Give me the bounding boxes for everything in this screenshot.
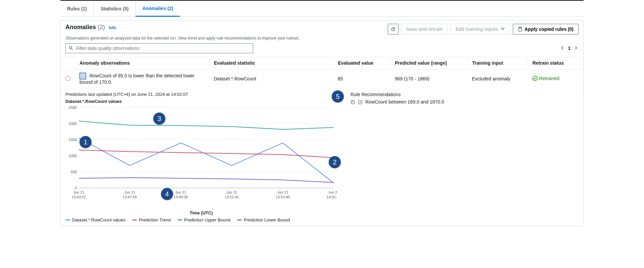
svg-text:13:47:55: 13:47:55 xyxy=(123,195,137,199)
svg-text:13:49:30: 13:49:30 xyxy=(174,195,188,199)
svg-text:Jun 21: Jun 21 xyxy=(73,190,84,194)
training-cell: Excluded anomaly xyxy=(467,69,528,88)
refresh-icon xyxy=(391,27,395,31)
save-retrain-button: Save and retrain xyxy=(401,24,448,35)
chart-area: Predictions last updated (UTC+4) on June… xyxy=(65,92,337,222)
svg-text:Jun 21: Jun 21 xyxy=(226,190,237,194)
copy-icon xyxy=(351,100,355,105)
chart-legend: Dataset.*.RowCount values Prediction Tre… xyxy=(65,217,337,222)
legend-values: Dataset.*.RowCount values xyxy=(65,217,125,222)
value-cell: 85 xyxy=(333,69,390,88)
col-value: Evaluated value xyxy=(333,57,390,69)
col-stat: Evaluated statistic xyxy=(209,57,333,69)
svg-text:13:53:45: 13:53:45 xyxy=(276,195,290,199)
tab-rules[interactable]: Rules (1) xyxy=(60,1,94,16)
apply-rules-button[interactable]: Apply copied rules (0) xyxy=(513,24,579,35)
svg-text:Jun 21: Jun 21 xyxy=(328,190,337,194)
col-predicted: Predicted value (range) xyxy=(390,57,467,69)
svg-text:14:01:55: 14:01:55 xyxy=(327,195,337,199)
refresh-button[interactable] xyxy=(388,24,398,35)
svg-text:Jun 21: Jun 21 xyxy=(124,190,135,194)
col-anomaly: Anomaly observations xyxy=(75,57,209,69)
svg-text:1500: 1500 xyxy=(69,138,77,142)
svg-text:13:43:57: 13:43:57 xyxy=(72,195,86,199)
table-header-row: Anomaly observations Evaluated statistic… xyxy=(61,57,583,69)
rule-rec-text: RowCount between 169.0 and 1870.0 xyxy=(365,99,444,105)
chevron-right-icon xyxy=(575,46,579,50)
retrain-status: Retrained xyxy=(532,76,559,81)
add-rule-icon xyxy=(358,100,363,105)
chevron-left-icon xyxy=(560,46,563,50)
svg-text:2500: 2500 xyxy=(69,106,77,110)
col-retrain: Retrain status xyxy=(528,57,583,69)
tab-statistics[interactable]: Statistics (5) xyxy=(94,1,136,16)
svg-text:13:51:41: 13:51:41 xyxy=(225,195,239,199)
edit-training-button: Edit training inputs xyxy=(450,24,510,35)
search-icon xyxy=(69,46,73,51)
anomaly-text: RowCount of 85.0 is lower than the detec… xyxy=(79,73,195,85)
rule-rec-heading: Rule Recommendations xyxy=(351,92,444,97)
chart-updated: Predictions last updated (UTC+4) on June… xyxy=(65,92,337,97)
svg-text:2000: 2000 xyxy=(69,122,77,126)
svg-text:0: 0 xyxy=(75,186,77,190)
callout-3: 3 xyxy=(153,113,165,125)
predicted-cell: 969 (170 - 1869) xyxy=(390,69,467,88)
next-page[interactable] xyxy=(575,46,579,51)
tabs: Rules (1) Statistics (5) Anomalies (2) xyxy=(60,1,584,17)
panel-actions: Save and retrain Edit training inputs Ap… xyxy=(388,24,579,35)
filter-input[interactable] xyxy=(65,43,253,53)
callout-1: 1 xyxy=(79,136,92,148)
svg-text:500: 500 xyxy=(71,170,77,174)
legend-upper: Prediction Upper Bound xyxy=(177,217,230,222)
legend-lower: Prediction Lower Bound xyxy=(237,217,290,222)
rule-rec-item[interactable]: RowCount between 169.0 and 1870.0 xyxy=(351,99,444,105)
line-chart: 05001000150020002500Jun 2113:43:57Jun 21… xyxy=(65,106,337,203)
pagination: 1 xyxy=(560,46,579,51)
prev-page[interactable] xyxy=(560,46,563,51)
expand-toggle[interactable]: − xyxy=(79,73,86,79)
chevron-down-icon xyxy=(500,27,505,31)
check-circle-icon xyxy=(532,76,538,81)
page-title: Anomalies (2) xyxy=(65,24,107,30)
info-link[interactable]: Info xyxy=(109,25,116,30)
svg-rect-27 xyxy=(352,101,355,104)
callout-4: 4 xyxy=(161,188,173,200)
svg-text:Jun 21: Jun 21 xyxy=(277,190,288,194)
row-detail: Predictions last updated (UTC+4) on June… xyxy=(61,88,583,226)
table-row[interactable]: − RowCount of 85.0 is lower than the det… xyxy=(61,69,583,88)
stat-cell: Dataset.*.RowCount xyxy=(209,69,333,88)
x-axis-label: Time (UTC) xyxy=(65,210,337,215)
svg-text:1000: 1000 xyxy=(69,154,77,158)
col-training: Training input xyxy=(467,57,528,69)
copy-icon xyxy=(518,27,523,31)
anomalies-table: Anomaly observations Evaluated statistic… xyxy=(61,57,583,226)
callout-2: 2 xyxy=(329,156,341,168)
callout-5: 5 xyxy=(332,90,344,103)
legend-trend: Prediction Trend xyxy=(132,217,171,222)
tab-anomalies[interactable]: Anomalies (2) xyxy=(136,1,180,17)
panel-description: Observations generated on analyzed data … xyxy=(61,36,583,43)
svg-text:Jun 21: Jun 21 xyxy=(175,190,186,194)
row-select-radio[interactable] xyxy=(65,76,70,81)
chart-title: Dataset.*.RowCount values xyxy=(65,99,337,104)
page-number: 1 xyxy=(568,46,571,51)
anomalies-panel: Anomalies (2) Info Save and retrain Edit… xyxy=(60,20,584,226)
